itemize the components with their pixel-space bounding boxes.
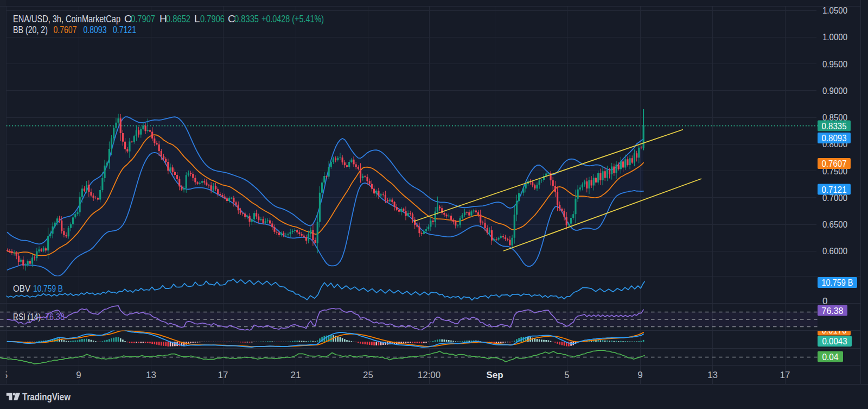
svg-text:0.9000: 0.9000 [822, 86, 847, 96]
svg-text:76.38: 76.38 [822, 306, 844, 316]
svg-text:21: 21 [291, 370, 301, 380]
svg-text:0.8652: 0.8652 [166, 13, 190, 24]
svg-text:17: 17 [218, 370, 228, 380]
svg-text:1.0000: 1.0000 [822, 32, 847, 42]
svg-text:0: 0 [822, 296, 827, 306]
svg-text:0.7906: 0.7906 [200, 13, 225, 24]
svg-text:0.7907: 0.7907 [131, 13, 155, 24]
svg-text:1.0500: 1.0500 [822, 5, 847, 16]
svg-text:0.7121: 0.7121 [113, 24, 136, 35]
svg-text:0.04: 0.04 [822, 352, 839, 362]
svg-text:76.38: 76.38 [45, 312, 65, 322]
svg-text:9: 9 [76, 370, 81, 380]
svg-text:0.7121: 0.7121 [822, 185, 847, 195]
svg-text:0.8335: 0.8335 [822, 121, 847, 131]
svg-text:9: 9 [637, 370, 642, 380]
svg-text:13: 13 [707, 370, 718, 380]
svg-text:0.8093: 0.8093 [84, 24, 107, 35]
svg-text:RSI (14): RSI (14) [13, 312, 41, 322]
svg-text:Sep: Sep [486, 370, 503, 380]
svg-text:0.6500: 0.6500 [822, 219, 847, 230]
svg-text:OBV: OBV [13, 284, 31, 294]
svg-text:BB (20, 2): BB (20, 2) [13, 24, 48, 35]
svg-text:0.6000: 0.6000 [822, 246, 847, 256]
svg-text:ENA/USD, 3h, CoinMarketCap: ENA/USD, 3h, CoinMarketCap [13, 13, 120, 24]
svg-text:+0.0428 (+5.41%): +0.0428 (+5.41%) [261, 13, 324, 24]
svg-text:0.7607: 0.7607 [822, 159, 847, 169]
svg-text:5: 5 [564, 370, 569, 380]
svg-text:0.8093: 0.8093 [822, 133, 847, 143]
svg-text:0.7607: 0.7607 [54, 24, 77, 35]
svg-text:0.0043: 0.0043 [822, 336, 847, 347]
svg-text:TradingView: TradingView [22, 391, 71, 402]
svg-text:25: 25 [363, 370, 373, 380]
svg-text:13: 13 [146, 370, 156, 380]
svg-text:0.8335: 0.8335 [234, 13, 259, 24]
svg-text:10.759 B: 10.759 B [822, 278, 853, 288]
svg-text:10.759 B: 10.759 B [33, 284, 63, 294]
svg-text:12:00: 12:00 [418, 370, 441, 380]
svg-text:0.9500: 0.9500 [822, 59, 847, 70]
svg-text:L: L [194, 13, 200, 24]
svg-text:17: 17 [780, 370, 790, 380]
